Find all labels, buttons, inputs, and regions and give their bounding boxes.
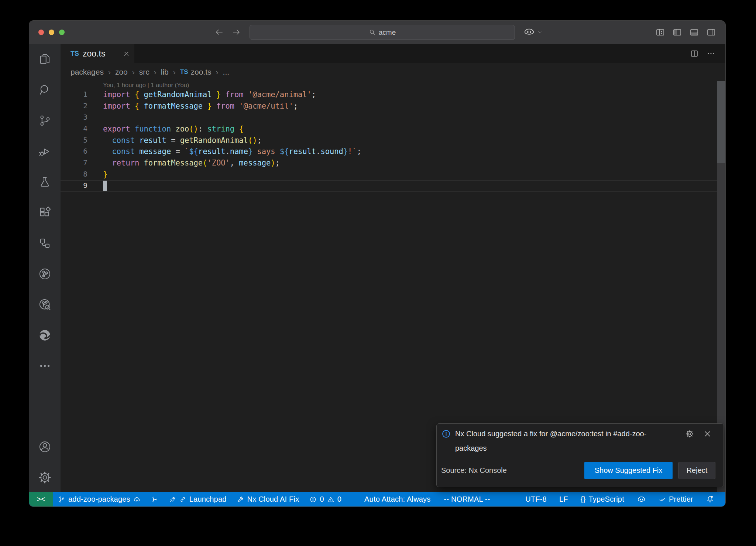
split-editor-icon[interactable] xyxy=(690,49,699,58)
warning-icon xyxy=(327,496,334,503)
forward-arrow-icon[interactable] xyxy=(231,27,241,37)
extensions-icon[interactable] xyxy=(29,197,61,228)
code-line[interactable]: 9 xyxy=(61,180,725,192)
code-line[interactable]: 7 return formatMessage('ZOO', message); xyxy=(61,157,725,169)
code-line[interactable]: 8} xyxy=(61,169,725,180)
code-line[interactable]: 3 xyxy=(61,112,725,123)
toggle-secondary-sidebar-button[interactable] xyxy=(706,27,716,37)
remote-indicator[interactable]: >< xyxy=(29,492,53,506)
line-number: 5 xyxy=(61,135,87,146)
launchpad-status[interactable]: Launchpad xyxy=(164,492,232,506)
tab-bar: TS zoo.ts xyxy=(61,44,725,63)
scrollbar-thumb[interactable] xyxy=(717,81,725,163)
cloud-upload-icon xyxy=(133,496,141,503)
settings-gear-icon[interactable] xyxy=(29,462,61,493)
nx-cloud-fix-label: Nx Cloud AI Fix xyxy=(247,495,299,504)
titlebar: acme xyxy=(29,21,725,44)
code-line[interactable]: 6 const message = `${result.name} says $… xyxy=(61,146,725,157)
search-view-icon[interactable] xyxy=(29,75,61,105)
line-number: 7 xyxy=(61,157,87,169)
chevron-right-icon: › xyxy=(173,68,176,76)
auto-attach-status[interactable]: Auto Attach: Always xyxy=(359,492,436,506)
code-line[interactable]: 4export function zoo(): string { xyxy=(61,123,725,135)
explorer-icon[interactable] xyxy=(29,44,61,75)
copilot-menu[interactable] xyxy=(523,27,543,37)
indent-guide xyxy=(104,135,104,169)
show-suggested-fix-button[interactable]: Show Suggested Fix xyxy=(584,462,673,479)
git-branch-status[interactable]: add-zoo-packages xyxy=(53,492,146,506)
error-count: 0 xyxy=(320,495,324,504)
nx-console-icon[interactable] xyxy=(29,228,61,259)
close-tab-icon[interactable] xyxy=(123,51,130,57)
source-control-icon[interactable] xyxy=(29,105,61,136)
git-graph-status[interactable] xyxy=(146,492,164,506)
chevron-right-icon: › xyxy=(108,68,111,76)
tab-label: zoo.ts xyxy=(83,49,105,59)
encoding-status[interactable]: UTF-8 xyxy=(519,492,553,506)
warning-count: 0 xyxy=(337,495,341,504)
copilot-icon xyxy=(637,495,646,504)
eol-label: LF xyxy=(559,495,568,504)
minimize-window-button[interactable] xyxy=(49,30,54,35)
git-graph-icon xyxy=(151,496,158,503)
line-number: 2 xyxy=(61,100,87,112)
breadcrumb-item[interactable]: zoo xyxy=(115,68,128,76)
command-center-search[interactable]: acme xyxy=(250,25,515,40)
line-number: 3 xyxy=(61,112,87,123)
prettier-status[interactable]: Prettier xyxy=(652,492,700,506)
line-number: 8 xyxy=(61,169,87,180)
breadcrumb-item[interactable]: packages xyxy=(71,68,104,76)
nx-cloud-fix-status[interactable]: Nx Cloud AI Fix xyxy=(232,492,305,506)
notification-settings-gear-icon[interactable] xyxy=(685,430,694,438)
vscode-window: acme xyxy=(29,20,726,507)
rocket-icon xyxy=(169,496,176,503)
notification-toast: Nx Cloud suggested a fix for @acme/zoo:t… xyxy=(436,423,724,487)
copilot-status[interactable] xyxy=(630,492,652,506)
breadcrumb-file[interactable]: zoo.ts xyxy=(191,68,212,76)
chevron-right-icon: › xyxy=(132,68,135,76)
code-line[interactable]: 2import { formatMessage } from '@acme/ut… xyxy=(61,100,725,112)
link-icon xyxy=(179,496,186,503)
zoom-window-button[interactable] xyxy=(59,30,65,35)
back-arrow-icon[interactable] xyxy=(214,27,224,37)
chevron-right-icon: › xyxy=(154,68,157,76)
traffic-lights xyxy=(38,30,65,35)
breadcrumb-item[interactable]: src xyxy=(139,68,150,76)
line-number: 6 xyxy=(61,146,87,157)
copilot-icon xyxy=(523,27,535,37)
accounts-icon[interactable] xyxy=(29,431,61,462)
problems-status[interactable]: 0 0 xyxy=(304,492,347,506)
vim-mode-status[interactable]: -- NORMAL -- xyxy=(439,492,495,506)
notification-source: Source: Nx Console xyxy=(441,466,507,475)
language-label: TypeScript xyxy=(588,495,624,504)
braces-icon: {} xyxy=(581,495,586,504)
breadcrumb-item[interactable]: lib xyxy=(161,68,169,76)
gitlens-icon[interactable] xyxy=(29,259,61,289)
toggle-panel-button[interactable] xyxy=(689,27,699,37)
eol-status[interactable]: LF xyxy=(553,492,574,506)
notification-close-icon[interactable] xyxy=(704,430,711,438)
notification-message: Nx Cloud suggested a fix for @acme/zoo:t… xyxy=(455,427,664,455)
code-line[interactable]: 1import { getRandomAnimal } from '@acme/… xyxy=(61,89,725,100)
close-window-button[interactable] xyxy=(38,30,44,35)
testing-icon[interactable] xyxy=(29,167,61,197)
toggle-primary-sidebar-button[interactable] xyxy=(672,27,682,37)
chevron-right-icon: › xyxy=(216,68,219,76)
line-number: 1 xyxy=(61,89,87,100)
customize-layout-button[interactable] xyxy=(655,27,665,37)
more-views-icon[interactable] xyxy=(29,351,61,381)
git-blame-annotation: You, 1 hour ago | 1 author (You) xyxy=(61,81,725,89)
language-status[interactable]: {} TypeScript xyxy=(574,492,630,506)
breadcrumb: packages › zoo › src › lib › TS zoo.ts ›… xyxy=(61,63,725,81)
run-and-debug-icon[interactable] xyxy=(29,136,61,167)
more-actions-icon[interactable] xyxy=(707,50,715,58)
code-line[interactable]: 5 const result = getRandomAnimal(); xyxy=(61,135,725,146)
edge-browser-icon[interactable] xyxy=(29,320,61,351)
reject-button[interactable]: Reject xyxy=(678,462,715,479)
breadcrumb-more[interactable]: ... xyxy=(223,68,230,76)
tab-zoo-ts[interactable]: TS zoo.ts xyxy=(61,44,134,63)
notifications-bell[interactable] xyxy=(700,492,725,506)
status-bar: >< add-zoo-packages Launchpad Nx Cloud A… xyxy=(29,492,725,506)
activity-bar xyxy=(29,44,61,493)
gitlens-inspect-icon[interactable] xyxy=(29,289,61,320)
